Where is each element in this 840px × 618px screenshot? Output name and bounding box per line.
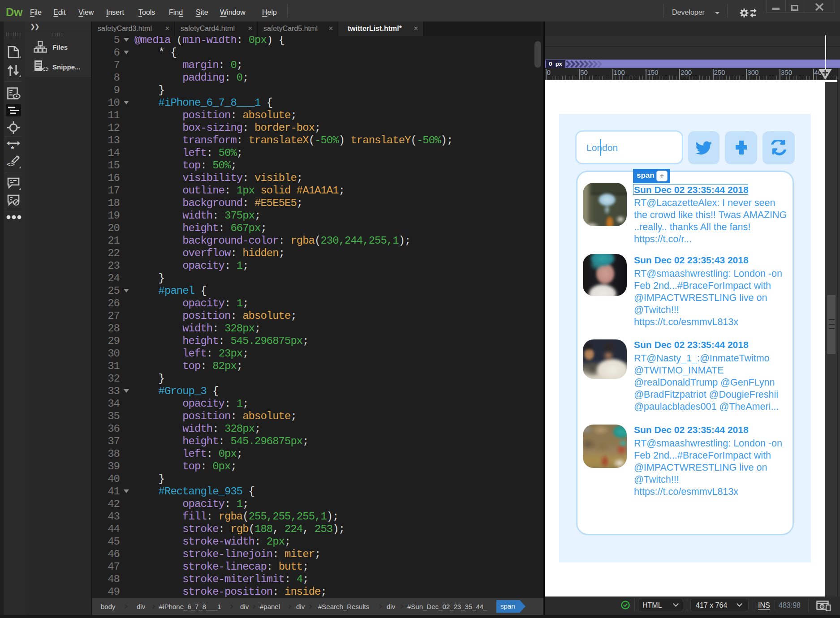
svg-text:*: * xyxy=(11,144,14,152)
svg-text:<>: <> xyxy=(41,66,48,73)
svg-text:<>: <> xyxy=(7,161,15,167)
